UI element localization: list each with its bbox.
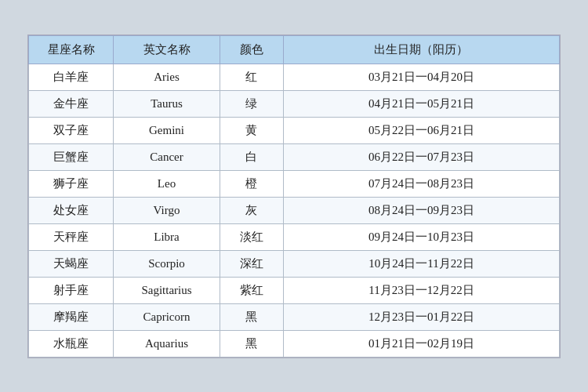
cell-en: Sagittarius (114, 277, 220, 303)
table-row: 摩羯座Capricorn黑12月23日一01月22日 (29, 303, 560, 330)
cell-en: Cancer (114, 143, 220, 170)
cell-color: 黄 (220, 117, 283, 143)
cell-zh: 摩羯座 (29, 303, 114, 330)
cell-color: 红 (220, 64, 283, 90)
cell-zh: 天蝎座 (29, 250, 114, 277)
cell-color: 黑 (220, 303, 283, 330)
table-row: 双子座Gemini黄05月22日一06月21日 (29, 117, 560, 143)
cell-zh: 处女座 (29, 197, 114, 223)
cell-en: Gemini (114, 117, 220, 143)
cell-zh: 天秤座 (29, 223, 114, 250)
cell-color: 灰 (220, 197, 283, 223)
header-zh: 星座名称 (29, 35, 114, 64)
zodiac-table: 星座名称 英文名称 颜色 出生日期（阳历） 白羊座Aries红03月21日一04… (28, 35, 560, 358)
cell-date: 05月22日一06月21日 (283, 117, 559, 143)
cell-date: 12月23日一01月22日 (283, 303, 559, 330)
cell-color: 白 (220, 143, 283, 170)
cell-en: Libra (114, 223, 220, 250)
table-row: 水瓶座Aquarius黑01月21日一02月19日 (29, 330, 560, 357)
cell-date: 03月21日一04月20日 (283, 64, 559, 90)
header-en: 英文名称 (114, 35, 220, 64)
cell-zh: 白羊座 (29, 64, 114, 90)
table-row: 处女座Virgo灰08月24日一09月23日 (29, 197, 560, 223)
cell-zh: 巨蟹座 (29, 143, 114, 170)
zodiac-table-wrapper: 星座名称 英文名称 颜色 出生日期（阳历） 白羊座Aries红03月21日一04… (27, 34, 561, 358)
cell-zh: 狮子座 (29, 170, 114, 197)
header-color: 颜色 (220, 35, 283, 64)
cell-date: 01月21日一02月19日 (283, 330, 559, 357)
cell-date: 08月24日一09月23日 (283, 197, 559, 223)
cell-en: Scorpio (114, 250, 220, 277)
cell-color: 淡红 (220, 223, 283, 250)
cell-color: 橙 (220, 170, 283, 197)
table-row: 天秤座Libra淡红09月24日一10月23日 (29, 223, 560, 250)
cell-zh: 双子座 (29, 117, 114, 143)
cell-en: Aquarius (114, 330, 220, 357)
cell-en: Aries (114, 64, 220, 90)
cell-zh: 射手座 (29, 277, 114, 303)
table-header-row: 星座名称 英文名称 颜色 出生日期（阳历） (29, 35, 560, 64)
table-row: 金牛座Taurus绿04月21日一05月21日 (29, 90, 560, 117)
cell-en: Taurus (114, 90, 220, 117)
cell-color: 紫红 (220, 277, 283, 303)
cell-zh: 水瓶座 (29, 330, 114, 357)
cell-date: 11月23日一12月22日 (283, 277, 559, 303)
cell-en: Capricorn (114, 303, 220, 330)
cell-color: 绿 (220, 90, 283, 117)
cell-zh: 金牛座 (29, 90, 114, 117)
table-row: 巨蟹座Cancer白06月22日一07月23日 (29, 143, 560, 170)
cell-color: 黑 (220, 330, 283, 357)
cell-en: Leo (114, 170, 220, 197)
table-row: 白羊座Aries红03月21日一04月20日 (29, 64, 560, 90)
cell-date: 07月24日一08月23日 (283, 170, 559, 197)
cell-en: Virgo (114, 197, 220, 223)
table-row: 狮子座Leo橙07月24日一08月23日 (29, 170, 560, 197)
cell-color: 深红 (220, 250, 283, 277)
cell-date: 04月21日一05月21日 (283, 90, 559, 117)
cell-date: 10月24日一11月22日 (283, 250, 559, 277)
header-date: 出生日期（阳历） (283, 35, 559, 64)
table-row: 射手座Sagittarius紫红11月23日一12月22日 (29, 277, 560, 303)
cell-date: 06月22日一07月23日 (283, 143, 559, 170)
cell-date: 09月24日一10月23日 (283, 223, 559, 250)
table-row: 天蝎座Scorpio深红10月24日一11月22日 (29, 250, 560, 277)
